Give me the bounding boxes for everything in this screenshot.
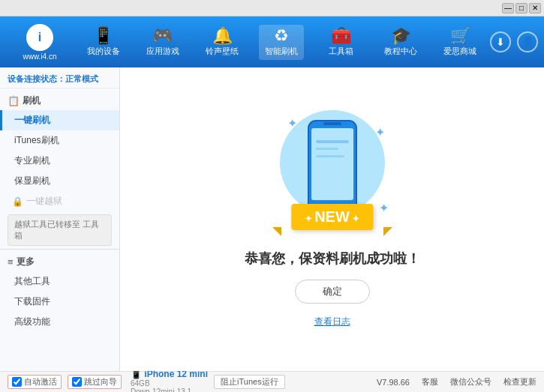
sidebar-item-jailbreak: 🔒 一键越狱 [0, 191, 119, 211]
nav-tutorial[interactable]: 🎓 教程中心 [378, 25, 423, 60]
nav-ringtone-icon: 🔔 [212, 28, 233, 44]
sidebar-item-pro-flash[interactable]: 专业刷机 [0, 151, 119, 171]
svg-rect-4 [316, 140, 349, 143]
nav-tutorial-label: 教程中心 [384, 46, 417, 57]
device-version: Down-12mini-13,1 [131, 388, 208, 393]
auto-start-label: 自动激活 [24, 376, 57, 388]
device-info: 📱 iPhone 12 mini 64GB Down-12mini-13,1 [131, 369, 208, 393]
sparkle-3: ✦ [379, 201, 389, 215]
new-badge: NEW [291, 204, 373, 230]
sparkle-1: ✦ [287, 116, 297, 130]
goto-today-link[interactable]: 查看日志 [314, 316, 350, 328]
nav-tutorial-icon: 🎓 [391, 28, 411, 44]
success-title: 恭喜您，保资料刷机成功啦！ [245, 250, 420, 268]
sidebar-item-itunes-flash[interactable]: iTunes刷机 [0, 130, 119, 151]
stop-itunes-button[interactable]: 阻止iTunes运行 [214, 375, 285, 389]
section-more-header: ≡ 更多 [0, 253, 119, 271]
nav-flash-icon: ♻ [274, 28, 289, 44]
sidebar-item-advanced[interactable]: 高级功能 [0, 312, 119, 332]
nav-toolbox[interactable]: 🧰 工具箱 [319, 25, 364, 60]
sidebar: 设备连接状态：正常模式 📋 刷机 一键刷机 iTunes刷机 专业刷机 保显刷机… [0, 67, 120, 371]
more-section-icon: ≡ [8, 256, 14, 268]
ribbon-right [383, 227, 392, 236]
nav-my-device-icon: 📱 [93, 28, 113, 44]
nav-ringtone-label: 铃声壁纸 [206, 46, 239, 57]
success-content: NEW ✦ ✦ ✦ 恭喜您，保资料刷机成功啦！ 确定 查看日志 [245, 110, 420, 328]
update-link[interactable]: 检查更新 [503, 376, 536, 388]
svg-rect-6 [316, 155, 344, 157]
confirm-button[interactable]: 确定 [295, 280, 370, 304]
device-status: 设备连接状态：正常模式 [0, 70, 119, 88]
flash-section-label: 刷机 [23, 94, 41, 107]
section-flash-header: 📋 刷机 [0, 91, 119, 110]
nav-toolbox-icon: 🧰 [331, 28, 351, 44]
version-label: V7.98.66 [377, 378, 410, 387]
skip-wizard-checkbox[interactable] [72, 377, 82, 387]
jailbreak-notice: 越狱工具已转移至 工具箱 [8, 214, 112, 246]
status-bottom-left: 自动激活 跳过向导 📱 iPhone 12 mini 64GB Down-12m… [8, 369, 377, 393]
nav-items: 📱 我的设备 🎮 应用游戏 🔔 铃声壁纸 ♻ 智能刷机 🧰 工具箱 🎓 教程中心… [74, 25, 490, 60]
nav-my-device-label: 我的设备 [87, 46, 120, 57]
skip-wizard-checkbox-label[interactable]: 跳过向导 [68, 375, 122, 389]
svg-rect-2 [323, 122, 341, 125]
svg-rect-5 [316, 148, 338, 150]
logo-area: i www.i4.cn [6, 24, 74, 61]
ribbon-left [272, 227, 281, 236]
skip-wizard-label: 跳过向导 [84, 376, 117, 388]
nav-store-icon: 🛒 [450, 28, 470, 44]
nav-flash-label: 智能刷机 [265, 46, 298, 57]
header: i www.i4.cn 📱 我的设备 🎮 应用游戏 🔔 铃声壁纸 ♻ 智能刷机 … [0, 16, 544, 67]
sidebar-item-other-tools[interactable]: 其他工具 [0, 271, 119, 292]
nav-store[interactable]: 🛒 爱思商城 [437, 25, 482, 60]
sidebar-divider [0, 249, 119, 250]
download-button[interactable]: ⬇ [490, 31, 511, 52]
sidebar-item-save-flash[interactable]: 保显刷机 [0, 171, 119, 191]
phone-svg [302, 118, 362, 215]
auto-start-checkbox-label[interactable]: 自动激活 [8, 375, 62, 389]
svg-rect-1 [311, 128, 353, 200]
nav-toolbox-label: 工具箱 [329, 46, 353, 57]
content-area: NEW ✦ ✦ ✦ 恭喜您，保资料刷机成功啦！ 确定 查看日志 [120, 67, 544, 371]
nav-my-device[interactable]: 📱 我的设备 [81, 25, 126, 60]
status-value: 正常模式 [65, 74, 98, 83]
lock-icon: 🔒 [12, 196, 23, 207]
sidebar-item-one-key-flash[interactable]: 一键刷机 [0, 110, 119, 130]
status-label: 设备连接状态： [8, 74, 65, 83]
nav-apps-label: 应用游戏 [146, 46, 179, 57]
wechat-link[interactable]: 微信公众号 [450, 376, 491, 388]
nav-store-label: 爱思商城 [443, 46, 476, 57]
maximize-button[interactable]: □ [515, 3, 527, 13]
user-button[interactable]: 👤 [517, 31, 538, 52]
nav-smart-flash[interactable]: ♻ 智能刷机 [259, 25, 304, 60]
more-section-label: 更多 [17, 256, 35, 268]
nav-right: ⬇ 👤 [490, 31, 538, 52]
logo-url: www.i4.cn [23, 52, 56, 61]
nav-ringtone[interactable]: 🔔 铃声壁纸 [200, 25, 245, 60]
flash-section-icon: 📋 [8, 95, 20, 106]
nav-apps-games[interactable]: 🎮 应用游戏 [140, 25, 185, 60]
sidebar-item-download-firmware[interactable]: 下载固件 [0, 292, 119, 312]
device-storage: 64GB [131, 379, 208, 388]
title-bar: — □ ✕ [0, 0, 544, 16]
minimize-button[interactable]: — [502, 3, 514, 13]
status-bottom: 自动激活 跳过向导 📱 iPhone 12 mini 64GB Down-12m… [0, 371, 544, 392]
close-button[interactable]: ✕ [529, 3, 541, 13]
status-bottom-right: V7.98.66 客服 微信公众号 检查更新 [377, 376, 536, 388]
service-link[interactable]: 客服 [422, 376, 438, 388]
nav-apps-icon: 🎮 [152, 28, 173, 44]
auto-start-checkbox[interactable] [12, 377, 22, 387]
sparkle-2: ✦ [375, 125, 385, 139]
phone-illustration: NEW ✦ ✦ ✦ [272, 110, 392, 238]
logo-icon: i [26, 24, 53, 51]
main-container: 设备连接状态：正常模式 📋 刷机 一键刷机 iTunes刷机 专业刷机 保显刷机… [0, 67, 544, 371]
